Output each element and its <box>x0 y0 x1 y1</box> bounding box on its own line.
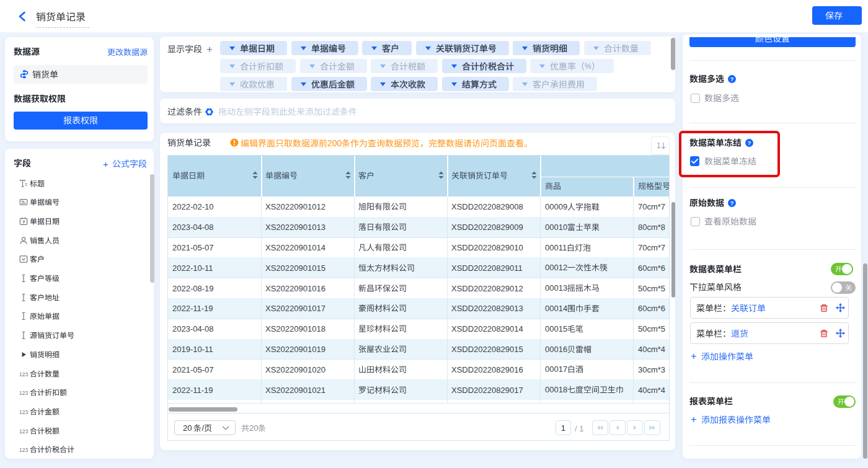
svg-text:123: 123 <box>19 428 28 435</box>
svg-text:123: 123 <box>19 371 28 377</box>
svg-text:?: ? <box>730 200 734 206</box>
svg-text:?: ? <box>748 139 751 146</box>
svg-text:123: 123 <box>19 447 28 453</box>
svg-text:123: 123 <box>19 390 28 396</box>
svg-text:123: 123 <box>19 409 28 415</box>
svg-text:?: ? <box>730 76 734 82</box>
